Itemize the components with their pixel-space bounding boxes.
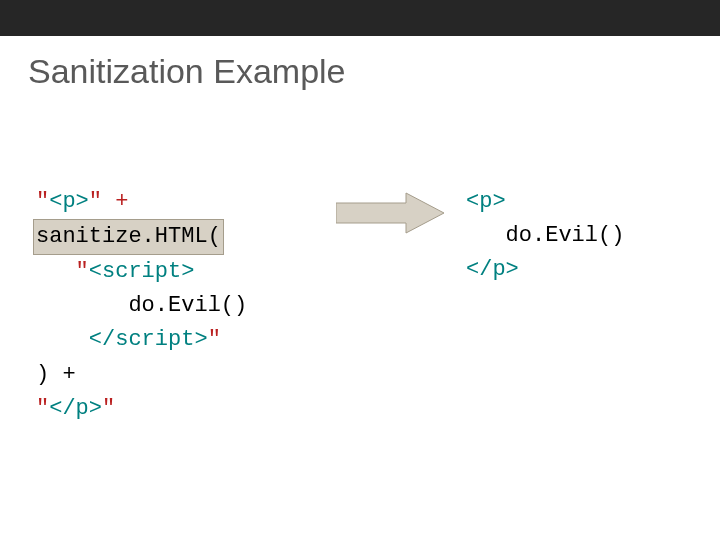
- p-close-tag: </p>: [466, 257, 519, 282]
- arrow-container: [336, 151, 456, 236]
- indent-quote: ": [36, 259, 89, 284]
- quote: ": [208, 327, 221, 352]
- code-right: <p> do.Evil() </p>: [456, 151, 624, 287]
- do-evil-call: do.Evil(): [36, 293, 247, 318]
- script-close-tag: </script>: [89, 327, 208, 352]
- p-open-tag: <p>: [466, 189, 506, 214]
- quote: ": [36, 396, 49, 421]
- quote: ": [102, 396, 115, 421]
- script-open-tag: <script>: [89, 259, 195, 284]
- content-area: "<p>" + sanitize.HTML( "<script> do.Evil…: [0, 91, 720, 426]
- code-left: "<p>" + sanitize.HTML( "<script> do.Evil…: [36, 151, 336, 426]
- quote-plus: " +: [89, 189, 129, 214]
- arrow-right-icon: [336, 191, 446, 236]
- close-paren-plus: ) +: [36, 362, 76, 387]
- do-evil-output: do.Evil(): [466, 223, 624, 248]
- p-close-tag: </p>: [49, 396, 102, 421]
- sanitize-call-highlight: sanitize.HTML(: [33, 219, 224, 255]
- p-open-tag: <p>: [49, 189, 89, 214]
- top-bar: [0, 0, 720, 36]
- sanitize-fn: sanitize.HTML(: [36, 224, 221, 249]
- svg-marker-0: [336, 193, 444, 233]
- indent: [36, 327, 89, 352]
- slide-title: Sanitization Example: [0, 36, 720, 91]
- quote: ": [36, 189, 49, 214]
